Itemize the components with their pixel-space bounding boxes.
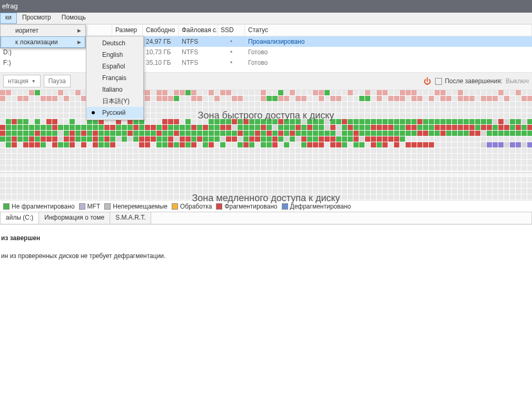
svg-rect-594	[243, 125, 249, 130]
svg-rect-1320	[185, 171, 191, 176]
col-status[interactable]: Статус	[245, 25, 532, 36]
svg-rect-1223	[156, 165, 162, 171]
svg-rect-843	[87, 142, 92, 147]
svg-rect-759	[133, 136, 139, 142]
svg-rect-574	[127, 125, 133, 130]
svg-rect-1240	[255, 165, 260, 171]
svg-rect-1370	[475, 171, 480, 176]
col-free[interactable]: Свободно	[143, 25, 179, 36]
svg-rect-639	[504, 125, 509, 130]
svg-rect-760	[139, 136, 144, 142]
svg-rect-242	[336, 102, 341, 107]
svg-rect-1136	[185, 160, 191, 165]
svg-rect-598	[267, 125, 272, 130]
power-icon[interactable]: ⏻	[423, 77, 431, 85]
lang-francais[interactable]: Français	[86, 72, 143, 84]
svg-rect-1124	[116, 160, 121, 165]
svg-rect-1365	[446, 171, 451, 176]
svg-rect-585	[191, 125, 196, 130]
svg-rect-983	[365, 148, 370, 153]
svg-rect-1242	[267, 165, 272, 171]
svg-rect-1421	[238, 177, 243, 182]
drive-row-f[interactable]: F:) 35,10 ГБ NTFS • Готово	[0, 57, 532, 68]
menu-view[interactable]: Просмотр	[17, 13, 56, 24]
svg-rect-1127	[133, 160, 139, 165]
svg-rect-210	[151, 102, 156, 107]
svg-rect-1479	[41, 183, 46, 188]
svg-rect-1501	[168, 183, 173, 188]
svg-rect-568	[93, 125, 98, 130]
submenu-priority[interactable]: иоритет ▶	[1, 25, 85, 36]
svg-rect-1017	[29, 154, 34, 159]
svg-rect-869	[238, 142, 243, 147]
svg-rect-181	[516, 96, 521, 101]
svg-rect-1445	[377, 177, 382, 182]
svg-rect-703	[342, 131, 347, 136]
submenu-localization[interactable]: к локализации ▶	[1, 36, 85, 48]
svg-rect-605	[307, 125, 312, 130]
svg-rect-970	[290, 148, 295, 153]
lang-italiano[interactable]: Italiano	[86, 84, 143, 95]
lang-english[interactable]: English	[86, 49, 143, 61]
svg-rect-1243	[272, 165, 278, 171]
svg-rect-670	[151, 131, 156, 136]
svg-rect-1516	[255, 183, 260, 188]
svg-rect-1258	[359, 165, 364, 171]
menu-help[interactable]: Помощь	[56, 13, 91, 24]
tab-smart[interactable]: S.M.A.R.T.	[110, 212, 151, 224]
drive-row-d[interactable]: D:) 10,73 ГБ NTFS • Готово	[0, 47, 532, 57]
svg-rect-827	[527, 136, 532, 142]
svg-rect-1398	[104, 177, 110, 182]
svg-rect-805	[400, 136, 405, 142]
svg-rect-1043	[180, 154, 185, 159]
svg-rect-1210	[81, 165, 86, 171]
svg-rect-1254	[336, 165, 341, 171]
svg-rect-1429	[284, 177, 289, 182]
lang-russian[interactable]: Русский	[86, 107, 143, 118]
svg-rect-1466	[498, 177, 504, 182]
svg-rect-1033	[122, 154, 127, 159]
lang-deutsch[interactable]: Deutsch	[86, 37, 143, 49]
after-checkbox[interactable]	[435, 78, 442, 85]
tab-files[interactable]: айлы (C:)	[1, 212, 39, 224]
svg-rect-742	[35, 136, 40, 142]
svg-rect-155	[365, 96, 370, 101]
action-dropdown[interactable]: нтация ▼	[3, 75, 41, 87]
svg-rect-1352	[371, 171, 376, 176]
svg-rect-1241	[261, 165, 266, 171]
svg-rect-1219	[133, 165, 139, 171]
svg-rect-1111	[41, 160, 46, 165]
svg-rect-1257	[353, 165, 359, 171]
lang-espanol[interactable]: Español	[86, 61, 143, 72]
svg-rect-1015	[17, 154, 23, 159]
svg-rect-1093	[469, 154, 475, 159]
svg-rect-1162	[336, 160, 341, 165]
svg-rect-1101	[516, 154, 521, 159]
svg-rect-854	[151, 142, 156, 147]
svg-rect-667	[133, 131, 139, 136]
svg-rect-850	[127, 142, 133, 147]
svg-rect-892	[371, 142, 376, 147]
svg-rect-1231	[203, 165, 208, 171]
svg-rect-925	[29, 148, 34, 153]
svg-rect-919	[527, 142, 532, 147]
svg-rect-732	[510, 131, 515, 136]
svg-rect-1141	[214, 160, 220, 165]
svg-rect-796	[348, 136, 353, 142]
svg-rect-888	[348, 142, 353, 147]
svg-rect-863	[203, 142, 208, 147]
col-filesystem[interactable]: Файловая с…	[179, 25, 218, 36]
svg-rect-936	[93, 148, 98, 153]
svg-rect-141	[284, 96, 289, 101]
pause-button[interactable]: Пауза	[44, 75, 71, 87]
col-size[interactable]: Размер	[112, 25, 143, 36]
tab-volume[interactable]: Информация о томе	[39, 212, 110, 224]
svg-rect-1234	[220, 165, 225, 171]
menu-settings[interactable]: ки	[0, 13, 17, 24]
col-ssd[interactable]: SSD	[218, 25, 245, 36]
svg-rect-1562	[521, 183, 527, 188]
svg-rect-628	[440, 125, 446, 130]
lang-japanese[interactable]: 日本語(Y)	[86, 95, 143, 107]
svg-rect-263	[458, 102, 463, 107]
svg-rect-944	[139, 148, 144, 153]
